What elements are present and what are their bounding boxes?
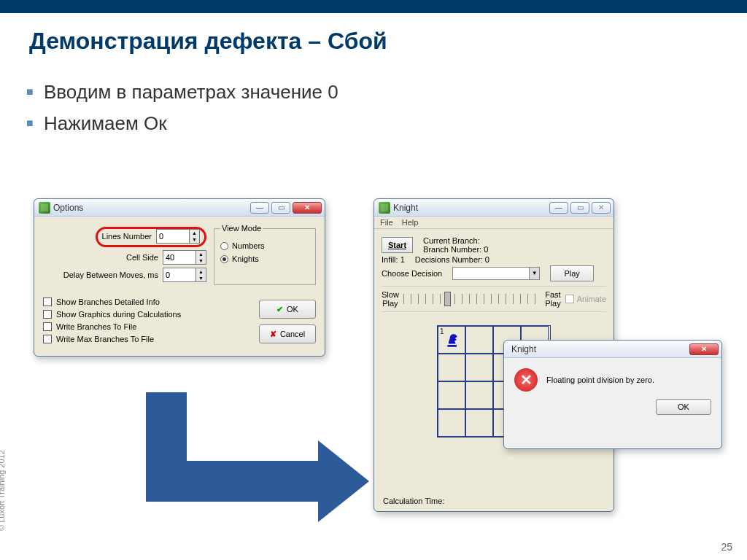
error-ok-button[interactable]: OK — [656, 399, 711, 415]
chk-graphics-label: Show Graphics during Calculations — [56, 310, 181, 319]
board-cell[interactable] — [465, 354, 493, 381]
spin-down-icon[interactable]: ▼ — [196, 257, 206, 264]
close-button[interactable]: ✕ — [293, 202, 322, 214]
options-app-icon — [39, 202, 50, 214]
cancel-button[interactable]: ✘Cancel — [259, 324, 316, 343]
board-cell[interactable] — [438, 354, 465, 381]
bullet-2: Нажимаем Ок — [44, 108, 747, 139]
delay-input[interactable] — [163, 268, 196, 282]
lines-number-label: Lines Number — [102, 232, 152, 241]
start-button[interactable]: Start — [382, 237, 413, 253]
error-message: Floating point division by zero. — [546, 376, 654, 384]
board-cell[interactable] — [465, 409, 493, 437]
slow-play-label: Slow Play — [382, 290, 399, 308]
knight-piece-icon — [441, 330, 462, 350]
view-mode-legend: View Mode — [220, 224, 263, 233]
x-icon: ✘ — [270, 330, 276, 339]
chk-writebr[interactable]: Write Branches To File — [43, 322, 252, 331]
error-icon: ✕ — [514, 368, 538, 392]
cell-side-label: Cell Side — [126, 253, 158, 262]
minimize-button[interactable]: — — [549, 202, 568, 214]
maximize-button[interactable]: ▭ — [570, 202, 589, 214]
spin-up-icon[interactable]: ▲ — [190, 230, 199, 236]
knight-titlebar[interactable]: Knight — ▭ ✕ — [374, 199, 614, 217]
menu-file[interactable]: File — [380, 218, 393, 227]
fast-play-label: Fast Play — [545, 290, 560, 308]
spin-down-icon[interactable]: ▼ — [196, 275, 206, 281]
chevron-down-icon: ▼ — [529, 268, 539, 279]
decision-select[interactable]: ▼ — [452, 267, 540, 280]
radio-knights-label: Knights — [232, 254, 259, 263]
check-icon: ✔ — [276, 305, 283, 314]
chk-detailed[interactable]: Show Branches Detailed Info — [43, 298, 252, 306]
view-mode-fieldset: View Mode Numbers Knights — [214, 224, 316, 285]
infill-label: Infill: 1 — [382, 255, 405, 264]
lines-number-highlight: Lines Number ▲▼ — [96, 227, 206, 247]
chk-writebr-label: Write Branches To File — [56, 322, 136, 331]
options-window-title: Options — [53, 203, 250, 213]
slide-title: Демонстрация дефекта – Сбой — [0, 13, 747, 55]
spin-up-icon[interactable]: ▲ — [196, 251, 206, 257]
knight-app-icon — [379, 202, 390, 214]
decisions-label: Decisions Number: 0 — [415, 255, 489, 264]
knight-window-title: Knight — [393, 203, 549, 213]
flow-arrow-icon — [146, 392, 379, 502]
board-cell[interactable] — [465, 381, 493, 409]
board-cell[interactable] — [465, 326, 493, 354]
animate-checkbox[interactable]: Animate — [565, 295, 606, 303]
chk-writemax[interactable]: Write Max Branches To File — [43, 335, 252, 343]
options-window: Options — ▭ ✕ Lines Number ▲▼ — [34, 198, 325, 357]
minimize-button[interactable]: — — [250, 202, 269, 214]
cell-side-input[interactable] — [163, 250, 196, 265]
speed-slider[interactable] — [403, 294, 541, 304]
bullet-1: Вводим в параметрах значение 0 — [44, 77, 747, 108]
board-cell[interactable]: 1 — [438, 326, 465, 354]
chk-graphics[interactable]: Show Graphics during Calculations — [43, 310, 252, 319]
radio-numbers[interactable]: Numbers — [220, 241, 309, 250]
radio-knights[interactable]: Knights — [220, 254, 309, 263]
play-button[interactable]: Play — [550, 265, 594, 281]
ok-label: OK — [287, 305, 298, 314]
ok-button[interactable]: ✔OK — [259, 300, 316, 319]
delay-spinner[interactable]: ▲▼ — [163, 268, 206, 282]
delay-label: Delay Between Moves, ms — [63, 271, 158, 279]
cancel-label: Cancel — [280, 330, 305, 338]
options-titlebar[interactable]: Options — ▭ ✕ — [34, 199, 325, 217]
chk-detailed-label: Show Branches Detailed Info — [56, 298, 160, 306]
spin-up-icon[interactable]: ▲ — [196, 268, 206, 275]
board-cell[interactable] — [438, 381, 465, 409]
close-button[interactable]: ✕ — [689, 343, 719, 355]
page-number: 25 — [721, 541, 732, 553]
error-dialog: Knight ✕ ✕ Floating point division by ze… — [503, 340, 722, 449]
choose-decision-label: Choose Decision — [382, 269, 442, 278]
animate-label: Animate — [577, 295, 606, 303]
lines-number-spinner[interactable]: ▲▼ — [156, 229, 200, 244]
lines-number-input[interactable] — [156, 229, 190, 244]
error-titlebar[interactable]: Knight ✕ — [504, 341, 721, 358]
calc-time-label: Calculation Time: — [383, 497, 444, 505]
cell-side-spinner[interactable]: ▲▼ — [163, 250, 206, 265]
error-window-title: Knight — [508, 344, 689, 354]
spin-down-icon[interactable]: ▼ — [190, 236, 199, 243]
close-button[interactable]: ✕ — [592, 202, 611, 214]
menu-help[interactable]: Help — [402, 218, 419, 227]
radio-numbers-label: Numbers — [232, 241, 265, 250]
maximize-button[interactable]: ▭ — [271, 202, 290, 214]
current-branch-label: Current Branch: — [423, 236, 488, 245]
chk-writemax-label: Write Max Branches To File — [56, 335, 154, 343]
branch-number-label: Branch Number: 0 — [423, 245, 488, 254]
copyright: © Luxoft Training 2012 — [0, 450, 6, 531]
board-cell[interactable] — [438, 409, 465, 437]
